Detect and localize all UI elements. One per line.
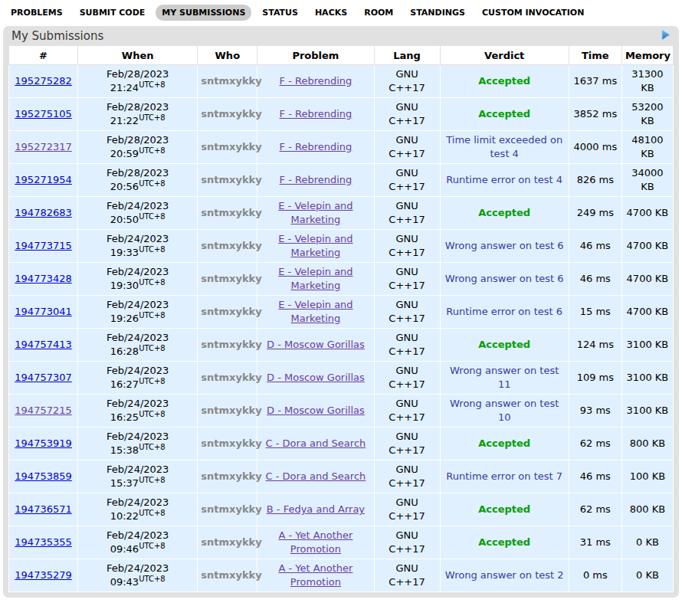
- language-label: GNU C++17: [387, 232, 427, 259]
- problem-link[interactable]: F - Rebrending: [280, 75, 352, 87]
- cell-when: Feb/24/202316:28UTC+8: [78, 329, 198, 362]
- when-date: Feb/24/2023: [81, 199, 194, 213]
- cell-verdict: Runtime error on test 4: [440, 164, 569, 197]
- language-label: GNU C++17: [387, 265, 427, 292]
- cell-memory: 4700 KB: [621, 230, 673, 263]
- language-label: GNU C++17: [387, 331, 427, 358]
- problem-link[interactable]: C - Dora and Search: [266, 437, 366, 449]
- cell-problem: B - Fedya and Array: [257, 493, 374, 526]
- problem-link[interactable]: E - Velepin and Marketing: [278, 233, 352, 258]
- cell-memory: 4700 KB: [621, 263, 673, 296]
- cell-submission-id: 194735279: [9, 559, 78, 592]
- cell-when: Feb/24/202315:38UTC+8: [78, 428, 198, 460]
- cell-verdict: Wrong answer on test 6: [440, 263, 569, 296]
- nav-item-standings[interactable]: STANDINGS: [404, 5, 471, 21]
- nav-item-status[interactable]: STATUS: [256, 5, 304, 21]
- cell-submission-id: 194757215: [9, 395, 78, 428]
- problem-link[interactable]: F - Rebrending: [280, 141, 352, 152]
- submission-id-link[interactable]: 194736571: [15, 503, 71, 515]
- nav-item-problems[interactable]: PROBLEMS: [5, 5, 69, 21]
- submission-id-link[interactable]: 195275282: [15, 75, 71, 87]
- when-time-line: 20:56UTC+8: [81, 180, 194, 194]
- submission-author: sntmxykky: [201, 75, 261, 87]
- submission-id-link[interactable]: 194735355: [15, 536, 71, 548]
- submission-id-link[interactable]: 194757215: [15, 405, 71, 416]
- submission-id-link[interactable]: 194773715: [15, 240, 71, 251]
- cell-memory: 100 KB: [621, 460, 673, 493]
- page-title: My Submissions: [11, 29, 103, 43]
- memory-value: 100 KB: [630, 470, 665, 482]
- table-row: 194773715Feb/24/202319:33UTC+8sntmxykkyE…: [9, 230, 674, 263]
- cell-problem: F - Rebrending: [257, 65, 374, 98]
- language-label: GNU C++17: [387, 463, 427, 490]
- cell-when: Feb/24/202319:26UTC+8: [78, 296, 198, 329]
- problem-link[interactable]: E - Velepin and Marketing: [278, 200, 352, 225]
- table-row: 195271954Feb/28/202320:56UTC+8sntmxykkyF…: [9, 164, 674, 197]
- when-time-line: 10:22UTC+8: [81, 510, 194, 523]
- submission-author: sntmxykky: [201, 503, 261, 515]
- nav-item-room[interactable]: ROOM: [358, 5, 399, 21]
- time-value: 826 ms: [577, 174, 614, 185]
- submission-author: sntmxykky: [201, 141, 261, 152]
- when-time-line: 09:46UTC+8: [81, 542, 194, 556]
- nav-item-custom-invocation[interactable]: CUSTOM INVOCATION: [476, 5, 590, 21]
- submission-id-link[interactable]: 195275105: [15, 108, 71, 120]
- submissions-panel: My Submissions #WhenWhoProblemLangVerdic…: [3, 26, 679, 598]
- time-value: 124 ms: [577, 339, 614, 350]
- verdict-label: Wrong answer on test 2: [445, 569, 564, 581]
- problem-link[interactable]: B - Fedya and Array: [267, 503, 365, 515]
- when-time-line: 16:25UTC+8: [81, 411, 194, 424]
- problem-link[interactable]: D - Moscow Gorillas: [267, 339, 365, 350]
- submission-id-link[interactable]: 194753919: [15, 437, 71, 449]
- cell-lang: GNU C++17: [374, 65, 440, 98]
- submission-id-link[interactable]: 194782683: [15, 207, 71, 218]
- memory-value: 4700 KB: [627, 207, 669, 218]
- problem-link[interactable]: D - Moscow Gorillas: [267, 405, 365, 416]
- problem-link[interactable]: C - Dora and Search: [266, 470, 366, 482]
- memory-value: 48100 KB: [631, 134, 663, 159]
- cell-memory: 53200 KB: [621, 98, 673, 131]
- cell-when: Feb/28/202320:56UTC+8: [78, 164, 198, 197]
- verdict-label: Wrong answer on test 10: [450, 398, 559, 423]
- when-timezone: UTC+8: [139, 311, 166, 319]
- nav-item-my-submissions[interactable]: MY SUBMISSIONS: [156, 5, 251, 21]
- problem-link[interactable]: E - Velepin and Marketing: [278, 299, 352, 324]
- submission-id-link[interactable]: 195272317: [15, 141, 71, 152]
- submission-id-link[interactable]: 194735279: [15, 569, 71, 581]
- column-header-who: Who: [198, 46, 257, 65]
- problem-link[interactable]: E - Velepin and Marketing: [278, 266, 352, 291]
- nav-item-hacks[interactable]: HACKS: [309, 5, 353, 21]
- cell-problem: E - Velepin and Marketing: [257, 197, 374, 230]
- when-timezone: UTC+8: [139, 278, 166, 287]
- table-row: 194757307Feb/24/202316:27UTC+8sntmxykkyD…: [9, 362, 674, 395]
- cell-lang: GNU C++17: [374, 460, 440, 493]
- expand-arrow-button[interactable]: [659, 29, 672, 43]
- when-time: 20:56: [110, 181, 139, 192]
- language-label: GNU C++17: [387, 529, 427, 555]
- submission-id-link[interactable]: 195271954: [15, 174, 71, 185]
- problem-link[interactable]: F - Rebrending: [280, 174, 352, 185]
- language-label: GNU C++17: [387, 562, 427, 588]
- language-label: GNU C++17: [387, 298, 427, 325]
- when-timezone: UTC+8: [139, 542, 166, 550]
- when-time-line: 19:30UTC+8: [81, 279, 194, 293]
- column-header-num: #: [9, 46, 78, 65]
- when-time: 20:50: [110, 214, 139, 225]
- cell-time: 46 ms: [569, 230, 621, 263]
- cell-problem: D - Moscow Gorillas: [257, 362, 374, 395]
- when-date: Feb/24/2023: [81, 232, 194, 246]
- when-timezone: UTC+8: [139, 80, 166, 89]
- language-label: GNU C++17: [387, 67, 427, 94]
- submission-id-link[interactable]: 194773428: [15, 273, 71, 284]
- problem-link[interactable]: D - Moscow Gorillas: [267, 372, 365, 383]
- cell-time: 1637 ms: [569, 65, 621, 98]
- problem-link[interactable]: A - Yet Another Promotion: [278, 529, 352, 555]
- submission-id-link[interactable]: 194757413: [15, 339, 71, 350]
- problem-link[interactable]: A - Yet Another Promotion: [278, 562, 352, 588]
- submission-id-link[interactable]: 194773041: [15, 306, 71, 317]
- submission-id-link[interactable]: 194753859: [15, 470, 71, 482]
- problem-link[interactable]: F - Rebrending: [280, 108, 352, 120]
- submission-id-link[interactable]: 194757307: [15, 372, 71, 383]
- verdict-label: Accepted: [478, 503, 530, 515]
- nav-item-submit-code[interactable]: SUBMIT CODE: [74, 5, 152, 21]
